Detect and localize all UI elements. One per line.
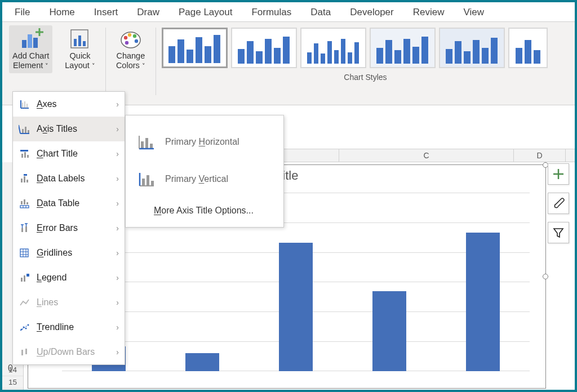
tab-data[interactable]: Data [310,7,331,18]
menu-item-label: Gridlines [37,248,72,258]
change-colors-button[interactable]: Change Colors ˅ [113,25,149,73]
tab-view[interactable]: View [463,7,484,18]
menu-item-chart-title[interactable]: Chart Title› [13,141,125,166]
axes-icon [17,99,31,110]
legend-icon [17,272,31,283]
menu-item-updown-bars: Up/Down Bars› [13,340,125,364]
menu-item-gridlines[interactable]: Gridlines› [13,240,125,265]
chart-side-buttons [548,163,569,243]
chart-style-2[interactable] [231,28,297,68]
menu-item-label: Data Table [37,198,79,208]
svg-rect-68 [147,175,149,185]
menu-item-label: Chart Title [37,149,78,159]
bar-5[interactable] [466,233,500,371]
menu-item-label: Data Labels [37,173,85,184]
add-chart-element-menu: Axes›Axis Titles›Chart Title›Data Labels… [12,91,125,365]
col-header-d[interactable]: D [514,149,566,162]
svg-rect-64 [150,144,153,148]
add-chart-element-label: Add Chart Element ˅ [12,51,49,71]
quick-layout-button[interactable]: Quick Layout ˅ [61,25,99,73]
menu-item-axes[interactable]: Axes› [13,92,125,117]
menu-item-data-labels[interactable]: Data Labels› [13,166,125,191]
chart-style-3[interactable] [300,28,366,68]
plus-icon [552,168,565,180]
row-header-15[interactable]: 15 [2,376,23,389]
chart-style-5[interactable] [439,28,505,68]
tab-file[interactable]: File [15,7,30,18]
add-chart-element-icon [19,28,43,50]
menu-item-lines: Lines› [13,290,125,315]
chart-styles-button[interactable] [548,193,569,214]
chart-styles-label: Chart Styles [158,73,572,82]
tab-review[interactable]: Review [413,7,445,18]
tab-insert[interactable]: Insert [94,7,118,18]
svg-rect-22 [22,129,24,133]
menu-item-legend[interactable]: Legend› [13,265,125,290]
tab-page-layout[interactable]: Page Layout [179,7,232,18]
chevron-right-icon: › [116,224,119,233]
svg-rect-61 [25,349,27,354]
tab-draw[interactable]: Draw [137,7,159,18]
menu-item-error-bars[interactable]: Error Bars› [13,216,125,240]
bar-3[interactable] [279,243,313,371]
menu-item-trendline[interactable]: Trendline› [13,315,125,340]
palette-icon [119,28,143,50]
bar-4[interactable] [372,291,406,371]
chart-elements-button[interactable] [548,163,569,185]
chart-styles-gallery[interactable] [158,24,572,68]
svg-point-11 [128,33,131,37]
svg-rect-37 [26,202,28,204]
funnel-icon [552,226,565,239]
ribbon-tabbar: File Home Insert Draw Page Layout Formul… [2,2,575,22]
svg-line-25 [19,125,20,133]
tab-home[interactable]: Home [49,7,74,18]
menu-item-label: Trendline [37,322,74,332]
chart-style-4[interactable] [370,28,436,68]
add-chart-element-button[interactable]: Add Chart Element ˅ [9,25,52,73]
menu-item-label: Up/Down Bars [37,347,95,357]
primary-horizontal-item[interactable]: Primary Horizontal [126,123,283,161]
resize-handle[interactable] [543,274,548,279]
svg-point-13 [135,39,138,43]
svg-rect-47 [20,249,28,257]
quick-layout-label: Quick Layout ˅ [65,51,95,71]
svg-rect-38 [20,206,29,208]
svg-point-14 [125,41,128,44]
primary-vertical-item[interactable]: Primary Vertical [126,161,283,198]
tab-developer[interactable]: Developer [350,7,394,18]
svg-rect-28 [21,154,23,158]
data-labels-icon [17,173,31,184]
chart-style-6[interactable] [508,28,548,68]
trendline-icon [17,322,31,333]
ribbon-separator [105,28,106,95]
tab-formulas[interactable]: Formulas [251,7,291,18]
svg-point-12 [133,34,136,38]
menu-item-data-table[interactable]: Data Table› [13,191,125,216]
primary-horizontal-label: Primary Horizontal [165,137,239,147]
svg-rect-29 [24,152,26,158]
svg-rect-8 [83,41,86,46]
svg-rect-31 [21,179,23,182]
change-colors-label: Change Colors ˅ [116,51,145,71]
chart-title-icon [17,148,31,159]
chart-style-1[interactable] [162,28,228,68]
svg-rect-30 [27,155,29,158]
more-axis-title-options[interactable]: More Axis Title Options... [126,198,283,219]
axis-titles-submenu: Primary Horizontal Primary Vertical More… [125,115,284,228]
chart-filters-button[interactable] [548,222,569,243]
svg-rect-54 [26,274,29,277]
svg-rect-2 [33,38,38,48]
menu-item-axis-titles[interactable]: Axis Titles› [13,117,125,141]
svg-rect-1 [28,34,32,48]
svg-rect-53 [24,275,25,282]
svg-rect-0 [22,40,26,48]
chevron-right-icon: › [116,348,119,357]
col-header-c[interactable]: C [339,149,514,162]
menu-item-label: Error Bars [37,223,78,233]
axis-titles-icon [17,123,31,135]
bar-2[interactable] [185,353,219,371]
svg-rect-62 [141,141,144,148]
svg-rect-35 [21,201,23,204]
data-table-icon [17,198,31,209]
chevron-right-icon: › [116,149,119,158]
